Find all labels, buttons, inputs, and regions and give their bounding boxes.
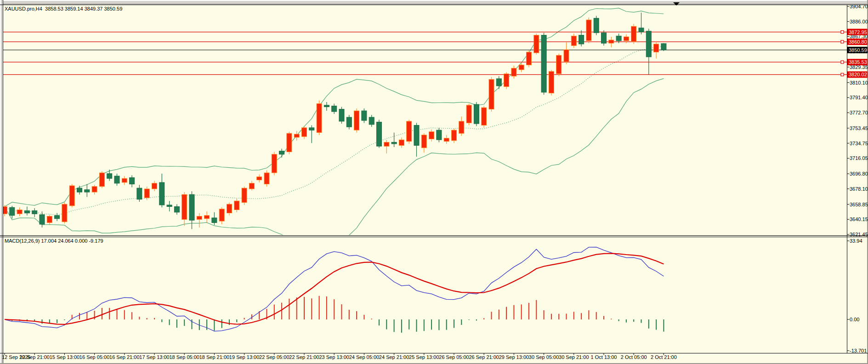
candle-body [362, 111, 367, 120]
candle-body [264, 173, 269, 184]
candle-bullish [69, 184, 74, 208]
candle-bullish [122, 176, 127, 185]
price-badge-label: 3835.53 [849, 59, 867, 65]
candle-bullish [144, 187, 149, 200]
candle-bullish [609, 37, 614, 47]
candle-bullish [182, 192, 187, 226]
candle-body [62, 204, 67, 222]
candle-body [646, 31, 651, 57]
candle-bearish [212, 212, 217, 225]
candle-bullish [272, 152, 277, 175]
candle-body [661, 44, 666, 50]
time-tick-label: 23 Sep 13:00 [319, 354, 349, 360]
candle-body [549, 71, 554, 93]
candle-bearish [474, 102, 479, 126]
price-line-handle[interactable] [841, 73, 844, 76]
candle-bearish [661, 43, 666, 51]
time-tick-label: 24 Sep 05:00 [349, 354, 379, 360]
candle-body [556, 55, 562, 74]
candle-body [586, 20, 591, 40]
bollinger-bands [5, 8, 664, 250]
candle-body [257, 177, 262, 180]
time-tick-label: 19 Sep 13:00 [229, 354, 259, 360]
candle-bearish [377, 119, 382, 148]
candle-bullish [549, 70, 554, 96]
price-tick-label: 3696.80 [850, 171, 868, 176]
candle-body [159, 182, 165, 205]
symbol-ohlc-title: XAUUSD.pro,H4 3858.53 3859.14 3849.37 38… [5, 6, 122, 11]
candle-body [17, 210, 22, 214]
candle-body [332, 106, 337, 112]
price-tick-label: 3716.05 [850, 155, 868, 161]
candle-bearish [601, 30, 607, 46]
time-tick-label: 12 Sep 21:00 [19, 354, 49, 360]
time-tick-label: 24 Sep 21:00 [379, 354, 409, 360]
candle-bullish [556, 54, 562, 76]
price-tick-label: 3772.70 [850, 110, 868, 115]
candle-bullish [504, 72, 509, 89]
candle-bearish [414, 123, 419, 157]
candle-bullish [219, 207, 224, 224]
candle-body [511, 68, 516, 76]
candle-bullish [407, 119, 412, 144]
candle-bullish [534, 34, 539, 55]
candle-bullish [294, 131, 299, 141]
candle-bearish [579, 30, 584, 46]
candle-body [107, 174, 112, 179]
candle-body [167, 205, 172, 207]
price-tick-label: 3678.10 [850, 186, 868, 192]
candle-bullish [354, 108, 359, 133]
macd-tick-label: -13.701 [850, 348, 867, 353]
price-line-handle[interactable] [841, 31, 844, 34]
candle-body [287, 133, 292, 152]
price-line-handle[interactable] [841, 61, 844, 63]
candle-body [369, 117, 374, 125]
candle-body [407, 121, 412, 142]
candle-body [317, 103, 322, 132]
time-tick-label: 18 Sep 05:00 [169, 354, 199, 360]
candle-body [414, 125, 419, 146]
candle-bullish [204, 211, 210, 223]
candle-bearish [369, 115, 374, 127]
candle-bullish [586, 17, 591, 43]
candle-body [631, 26, 636, 41]
candle-body [309, 128, 314, 130]
candle-body [144, 189, 149, 198]
candle-body [114, 176, 119, 183]
candle-body [77, 188, 82, 192]
time-tick-label: 26 Sep 21:00 [469, 354, 499, 360]
candle-bearish [309, 125, 314, 143]
candle-bullish [527, 51, 532, 68]
candle-body [482, 108, 487, 125]
candle-body [212, 218, 217, 223]
chart-canvas[interactable]: 3904.703886.003867.303848.653829.353810.… [0, 0, 868, 364]
candle-body [130, 178, 135, 184]
macd-panel [5, 247, 664, 333]
candle-bullish [631, 24, 636, 44]
macd-tick-label: 0.00 [850, 317, 859, 322]
candle-bearish [114, 174, 119, 186]
price-line-handle[interactable] [841, 40, 844, 43]
candle-body [654, 44, 659, 52]
price-tick-label: 3810.10 [850, 80, 868, 85]
candle-bullish [511, 66, 516, 79]
candle-body [624, 37, 629, 41]
trading-chart-window: XAUUSD.pro,H4 3858.53 3859.14 3849.37 38… [0, 0, 868, 364]
candle-bearish [362, 108, 367, 123]
candle-body [527, 52, 532, 65]
time-tick-label: 15 Sep 13:00 [50, 354, 79, 360]
candle-body [249, 183, 254, 189]
price-tick-label: 3658.85 [850, 202, 868, 207]
candle-bullish [92, 185, 97, 194]
candle-body [466, 105, 471, 123]
candle-bullish [227, 203, 232, 216]
time-tick-label: 1 Oct 13:00 [591, 354, 617, 360]
candle-body [137, 188, 142, 199]
candle-body [616, 36, 621, 41]
candle-body [444, 138, 449, 142]
candle-bearish [159, 174, 165, 208]
candle-bearish [167, 201, 172, 211]
candle-bullish [444, 135, 449, 144]
candle-bullish [152, 181, 157, 192]
candle-body [391, 142, 397, 144]
